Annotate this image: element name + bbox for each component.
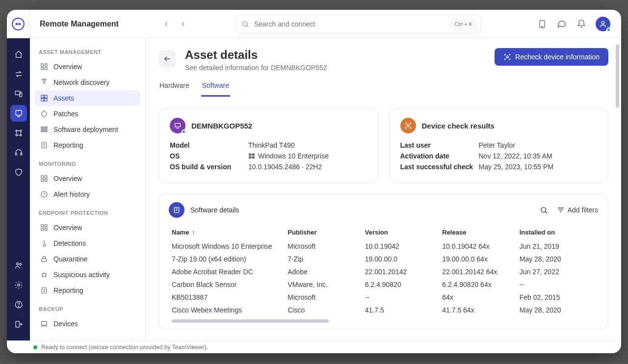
sidebar-item-overview-mon[interactable]: Overview (35, 171, 140, 186)
bell-icon-button[interactable] (576, 19, 587, 29)
col-name[interactable]: Name ↑ (169, 225, 285, 240)
table-row[interactable]: Microsoft Windows 10 EnterpriseMicrosoft… (169, 240, 598, 253)
device-icon-button[interactable] (537, 19, 548, 29)
device-avatar-icon (170, 118, 185, 133)
col-publisher[interactable]: Publisher (285, 225, 362, 240)
cell-publisher: Microsoft (285, 240, 362, 253)
recheck-button[interactable]: Recheck device information (495, 48, 608, 66)
dashboard-icon (40, 62, 49, 71)
rail-remote-management[interactable] (10, 105, 27, 122)
sidebar-item-assets[interactable]: Assets (35, 90, 140, 106)
cell-publisher: 7-Zip (285, 253, 362, 265)
svg-point-11 (16, 134, 17, 136)
software-search-button[interactable] (540, 206, 548, 214)
sidebar-item-suspicious[interactable]: Suspicious activity (35, 267, 140, 283)
col-version[interactable]: Version (362, 225, 440, 240)
table-row[interactable]: KB5013887Microsoft--64xFeb 02, 2015 (169, 291, 598, 304)
svg-rect-30 (41, 110, 47, 117)
col-installed[interactable]: Installed on (517, 225, 598, 240)
svg-rect-31 (41, 127, 47, 128)
svg-rect-37 (41, 179, 44, 182)
search-shortcut: Ctrl + K (451, 20, 476, 28)
svg-rect-42 (41, 228, 44, 231)
rail-settings[interactable] (10, 277, 27, 293)
lock-icon (40, 255, 49, 263)
col-release[interactable]: Release (439, 225, 517, 240)
table-row[interactable]: Cisco Webex MeetingsCisco41.7.541.7.5 64… (169, 304, 598, 316)
tab-hardware[interactable]: Hardware (158, 78, 190, 96)
add-filters-label: Add filters (568, 206, 598, 214)
rail-support[interactable] (10, 144, 27, 161)
back-button[interactable] (158, 16, 175, 32)
activation-value: Nov 12, 2022, 10:35 AM (479, 152, 552, 160)
cell-release: 10.0.19042 64x (439, 240, 517, 253)
sidebar-item-label: Network discovery (53, 78, 109, 86)
gear-icon (14, 281, 23, 289)
page-back-button[interactable] (158, 50, 176, 68)
rail-home[interactable] (10, 46, 27, 63)
device-check-card: Device check results Last userPeter Tayl… (389, 108, 609, 183)
svg-point-9 (16, 130, 17, 131)
svg-rect-22 (45, 64, 47, 66)
sidebar-item-network-discovery[interactable]: Network discovery (35, 75, 140, 90)
table-row[interactable]: 7-Zip 19.00 (x64 edition)7-Zip19.00.00.0… (169, 253, 598, 265)
sidebar-item-software-deployment[interactable]: Software deployment (35, 122, 140, 137)
forward-button[interactable] (175, 16, 191, 32)
users-icon (14, 261, 23, 270)
sidebar-item-patches[interactable]: Patches (35, 106, 140, 122)
management-icon (14, 109, 23, 118)
svg-rect-47 (42, 321, 47, 325)
svg-rect-27 (45, 95, 47, 98)
device-info-card: DEMNBKGOP552 ModelThinkPad T490 OSWindow… (158, 108, 378, 183)
radar-icon (40, 78, 49, 87)
report-icon (40, 286, 49, 295)
build-label: OS build & version (170, 163, 248, 171)
sidebar-item-devices[interactable]: Devices (35, 316, 140, 332)
sidebar-item-overview[interactable]: Overview (35, 59, 140, 75)
sort-asc-icon: ↑ (192, 229, 195, 236)
rail-help[interactable] (10, 296, 27, 313)
rail-security[interactable] (10, 164, 27, 181)
rail-scripts[interactable] (10, 125, 27, 141)
sidebar-item-quarantine[interactable]: Quarantine (35, 251, 140, 267)
sidebar-item-label: Suspicious activity (53, 271, 109, 279)
sidebar-item-label: Overview (53, 63, 82, 71)
horizontal-scrollbar[interactable] (172, 319, 595, 323)
cell-installed: Jun 21, 2019 (517, 240, 598, 253)
sidebar-item-reporting-ep[interactable]: Reporting (35, 283, 140, 298)
windows-logo-icon (248, 153, 255, 159)
page-subtitle: See detailed information for DEMNBKGOP55… (185, 64, 327, 72)
sidebar-item-overview-ep[interactable]: Overview (35, 220, 140, 235)
cell-version: -- (362, 291, 440, 304)
search-bar[interactable]: Ctrl + K (236, 15, 481, 33)
tab-software[interactable]: Software (201, 78, 230, 97)
search-input[interactable] (253, 20, 447, 28)
svg-rect-26 (41, 95, 44, 98)
svg-point-56 (541, 207, 546, 212)
sidebar-item-reporting-asset[interactable]: Reporting (35, 137, 140, 153)
chat-icon-button[interactable] (556, 19, 567, 29)
lastcheck-value: May 25, 2023, 10:55 PM (479, 163, 554, 171)
sidebar-item-label: Quarantine (53, 255, 87, 263)
cell-release: 6.2.4.90820 64x (439, 278, 517, 291)
add-filters-button[interactable]: Add filters (557, 206, 598, 214)
rail-devices[interactable] (10, 85, 27, 102)
rail-logout[interactable] (10, 316, 27, 333)
user-avatar[interactable] (596, 17, 610, 31)
table-row[interactable]: Adobe Acrobat Reader DCAdobe22.001.20142… (169, 265, 598, 278)
cell-name: Cisco Webex Meetings (169, 304, 285, 316)
app-title: Remote Management (30, 20, 129, 28)
page-title: Asset details (185, 48, 327, 62)
rail-connect[interactable] (10, 66, 27, 82)
svg-rect-43 (45, 228, 47, 231)
sidebar-item-label: Software deployment (53, 126, 118, 133)
status-dot-icon (33, 345, 37, 349)
content-scrollbar[interactable] (616, 44, 619, 108)
cell-name: Adobe Acrobat Reader DC (169, 265, 285, 278)
svg-point-16 (19, 263, 21, 265)
sidebar-item-alert-history[interactable]: Alert history (35, 186, 140, 202)
svg-rect-32 (41, 129, 47, 130)
rail-users[interactable] (10, 257, 27, 274)
sidebar-item-detections[interactable]: Detections (35, 235, 140, 251)
table-row[interactable]: Carbon Black SensorVMware, Inc.6.2.4.908… (169, 278, 598, 291)
